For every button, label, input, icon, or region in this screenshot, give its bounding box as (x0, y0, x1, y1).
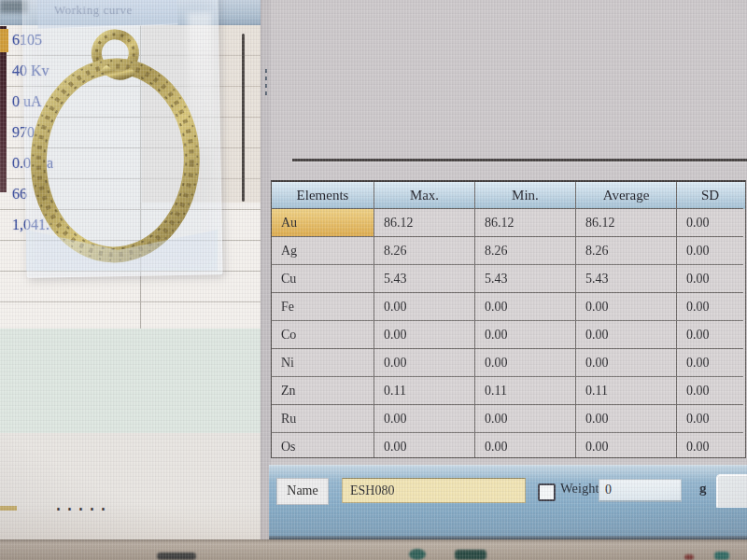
sd-cell: 0.00 (677, 293, 743, 321)
col-header-average: Average (576, 182, 677, 209)
sample-info-bar: Name Weight g (269, 465, 747, 538)
weight-checkbox[interactable] (538, 483, 556, 501)
max-cell: 0.00 (374, 405, 475, 433)
average-cell: 0.00 (576, 433, 677, 458)
min-cell: 0.00 (475, 321, 576, 349)
table-row-au[interactable]: Au 86.12 86.12 86.12 0.00 (272, 209, 745, 237)
col-header-max: Max. (374, 182, 475, 209)
average-cell: 0.11 (576, 377, 677, 405)
sd-cell: 0.00 (677, 237, 743, 265)
spectrum-x-axis (292, 159, 747, 161)
sd-cell: 0.00 (677, 265, 743, 293)
taskbar-icon[interactable] (409, 549, 426, 560)
table-row-co[interactable]: Co 0.00 0.00 0.00 0.00 (272, 321, 745, 349)
sd-cell: 0.00 (677, 349, 743, 377)
spectrum-y-axis (242, 34, 245, 202)
average-cell: 0.00 (576, 321, 677, 349)
splitter-grip-dot (265, 69, 267, 73)
table-row-zn[interactable]: Zn 0.11 0.11 0.11 0.00 (272, 377, 745, 405)
max-cell: 8.26 (374, 237, 475, 265)
element-cell: Ag (272, 237, 374, 265)
col-header-min: Min. (475, 182, 576, 209)
table-row-ag[interactable]: Ag 8.26 8.26 8.26 0.00 (272, 237, 745, 265)
ellipsis-marks: ..... (54, 497, 110, 514)
sd-cell: 0.00 (677, 209, 743, 237)
min-cell: 0.00 (475, 349, 576, 377)
table-row-ni[interactable]: Ni 0.00 0.00 0.00 0.00 (272, 349, 745, 377)
taskbar-icon[interactable] (455, 550, 486, 560)
max-cell: 0.00 (374, 433, 475, 458)
edge-marker (0, 506, 17, 511)
sample-name-input[interactable] (342, 478, 526, 503)
max-cell: 86.12 (374, 209, 475, 237)
average-cell: 8.26 (576, 237, 677, 265)
max-cell: 5.43 (374, 265, 475, 293)
average-cell: 0.00 (576, 349, 677, 377)
average-cell: 0.00 (576, 293, 677, 321)
sd-cell: 0.00 (677, 377, 743, 405)
table-row-ru[interactable]: Ru 0.00 0.00 0.00 0.00 (272, 405, 745, 433)
col-header-elements: Elements (272, 182, 374, 209)
sd-cell: 0.00 (677, 405, 743, 433)
element-cell: Fe (272, 293, 374, 321)
average-cell: 86.12 (576, 209, 677, 237)
element-results-table: Elements Max. Min. Average SD Au 86.12 8… (271, 180, 746, 458)
taskbar-icon[interactable] (714, 552, 729, 560)
max-cell: 0.00 (374, 321, 475, 349)
element-cell: Zn (272, 377, 374, 405)
element-cell: Ni (272, 349, 374, 377)
table-row-os[interactable]: Os 0.00 0.00 0.00 0.00 (272, 433, 745, 458)
name-label: Name (276, 478, 329, 505)
element-cell: Au (272, 209, 374, 237)
min-cell: 0.00 (475, 405, 576, 433)
taskbar-icon[interactable] (157, 553, 196, 560)
max-cell: 0.00 (374, 293, 475, 321)
min-cell: 0.11 (475, 377, 576, 405)
gold-pendant-frame (21, 16, 212, 270)
splitter-grip-dot (265, 91, 267, 95)
taskbar-strip (0, 539, 747, 560)
grams-unit-label: g (699, 481, 707, 497)
min-cell: 0.00 (475, 433, 576, 458)
element-cell: Ru (272, 405, 374, 433)
average-cell: 0.00 (576, 405, 677, 433)
table-row-fe[interactable]: Fe 0.00 0.00 0.00 0.00 (272, 293, 745, 321)
max-cell: 0.00 (374, 349, 475, 377)
weight-input[interactable] (599, 479, 682, 502)
element-cell: Os (272, 433, 374, 458)
splitter-grip-dot (265, 84, 267, 88)
average-cell: 5.43 (576, 265, 677, 293)
taskbar-icon[interactable] (684, 554, 694, 560)
left-edge-highlight (0, 29, 8, 52)
min-cell: 5.43 (475, 265, 576, 293)
lower-sub-panel (0, 329, 261, 433)
clipped-button[interactable] (716, 474, 747, 508)
min-cell: 0.00 (475, 293, 576, 321)
min-cell: 86.12 (475, 209, 576, 237)
col-header-sd: SD (677, 182, 743, 209)
element-cell: Cu (272, 265, 374, 293)
element-cell: Co (272, 321, 374, 349)
splitter-grip-dot (265, 77, 267, 80)
sd-cell: 0.00 (677, 433, 743, 458)
sd-cell: 0.00 (677, 321, 743, 349)
min-cell: 8.26 (475, 237, 576, 265)
max-cell: 0.11 (374, 377, 475, 405)
table-row-cu[interactable]: Cu 5.43 5.43 5.43 0.00 (272, 265, 745, 293)
bottom-sub-panel (0, 433, 261, 539)
weight-label: Weight (560, 481, 599, 497)
table-header-row: Elements Max. Min. Average SD (272, 182, 745, 209)
